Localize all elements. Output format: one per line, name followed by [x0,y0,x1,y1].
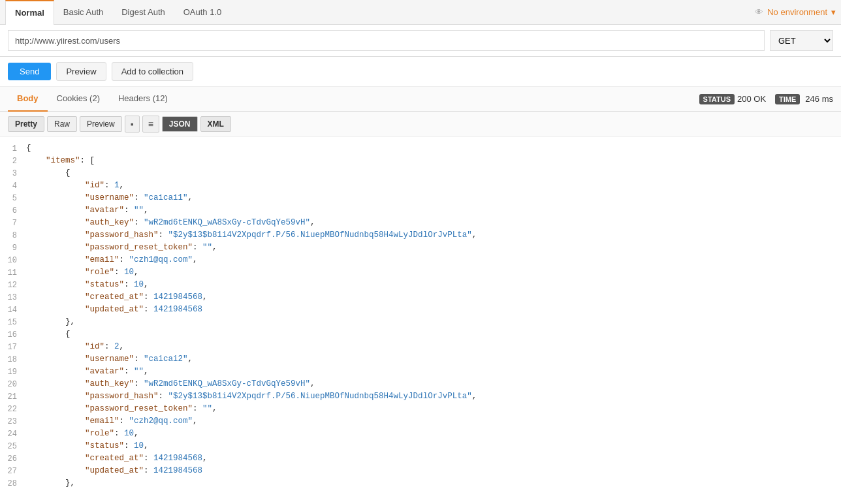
code-token: , [472,230,477,240]
table-row: 29 { [0,490,841,491]
line-number: 2 [0,155,26,167]
code-token: "password_hash" [26,392,159,401]
table-row: 5 "username": "caicai1", [0,192,841,204]
code-token: : [144,305,153,314]
code-token: : [134,379,144,388]
url-input[interactable] [8,30,765,51]
line-content: "avatar": "", [26,204,841,217]
code-token: : [144,292,153,302]
code-token: : [124,367,134,376]
xml-button[interactable]: XML [200,116,231,132]
code-token: "created_at" [26,454,144,463]
collapse-icon-button[interactable]: ▪ [125,116,140,133]
code-token: "username" [26,354,134,364]
code-token: "czh1@qq.com" [129,255,193,264]
table-row: 12 "status": 10, [0,279,841,291]
code-token: "$2y$13$b81i4V2Xpqdrf.P/56.NiuepMBOfNudn… [168,392,472,401]
code-token: "password_reset_token" [26,243,193,252]
tab-headers[interactable]: Headers (12) [109,87,177,112]
table-row: 28 }, [0,477,841,490]
tab-normal[interactable]: Normal [5,0,54,25]
code-token: , [134,268,139,277]
code-token: "email" [26,417,119,426]
line-content: "role": 10, [26,266,841,279]
add-to-collection-button[interactable]: Add to collection [112,62,193,81]
time-value: 246 ms [805,94,833,104]
line-content: { [26,328,841,341]
line-content: "username": "caicai2", [26,353,841,366]
table-row: 7 "auth_key": "wR2md6tENKQ_wA8SxGy-cTdvG… [0,217,841,229]
preview-button[interactable]: Preview [56,62,106,81]
tab-basic-auth[interactable]: Basic Auth [54,0,112,25]
expand-icon-button[interactable]: ≡ [142,116,159,133]
code-token: "" [134,206,144,215]
code-token: "password_hash" [26,230,159,240]
code-token: "status" [26,441,124,450]
line-number: 24 [0,428,26,440]
code-token: "status" [26,280,124,289]
json-button[interactable]: JSON [162,116,198,132]
table-row: 10 "email": "czh1@qq.com", [0,254,841,266]
code-token: "auth_key" [26,379,134,388]
pretty-button[interactable]: Pretty [8,116,44,132]
line-content: "auth_key": "wR2md6tENKQ_wA8SxGy-cTdvGqY… [26,217,841,229]
code-token: }, [26,479,75,488]
line-number: 28 [0,477,26,490]
method-select[interactable]: GETPOSTPUTDELETEPATCHHEADOPTIONS [770,30,833,51]
code-token: : [ [80,156,95,165]
code-token: "caicai2" [144,354,188,364]
line-content: "password_reset_token": "", [26,242,841,254]
preview-format-button[interactable]: Preview [80,116,122,132]
line-number: 15 [0,316,26,328]
table-row: 22 "password_reset_token": "", [0,403,841,415]
tab-body[interactable]: Body [8,87,48,112]
code-token: , [188,354,193,364]
code-token: : [134,193,144,202]
line-content: "id": 1, [26,180,841,192]
action-bar: Send Preview Add to collection [0,57,841,87]
table-row: 20 "auth_key": "wR2md6tENKQ_wA8SxGy-cTdv… [0,378,841,390]
code-token: : [144,466,153,475]
tab-digest-auth[interactable]: Digest Auth [112,0,174,25]
line-content: }, [26,477,841,490]
code-token: , [310,218,315,227]
code-token: "password_reset_token" [26,404,193,413]
code-token: "id" [26,342,104,351]
environment-selector[interactable]: 👁 No environment ▾ [755,7,836,17]
table-row: 11 "role": 10, [0,266,841,279]
code-token: "email" [26,255,119,264]
code-token: : [193,243,202,252]
code-token: , [134,429,139,438]
table-row: 18 "username": "caicai2", [0,353,841,366]
code-token: : [124,280,134,289]
raw-button[interactable]: Raw [47,116,77,132]
send-button[interactable]: Send [8,63,51,80]
status-value: 200 OK [737,94,766,104]
line-number: 10 [0,254,26,266]
line-number: 14 [0,304,26,316]
line-number: 7 [0,217,26,229]
code-token: , [193,255,198,264]
table-row: 8 "password_hash": "$2y$13$b81i4V2Xpqdrf… [0,229,841,242]
table-row: 9 "password_reset_token": "", [0,242,841,254]
line-content: "email": "czh1@qq.com", [26,254,841,266]
tab-cookies[interactable]: Cookies (2) [48,87,109,112]
line-number: 29 [0,490,26,491]
code-token: , [144,280,149,289]
table-row: 14 "updated_at": 1421984568 [0,304,841,316]
tab-oauth[interactable]: OAuth 1.0 [174,0,231,25]
code-token: { [26,168,71,178]
line-content: { [26,490,841,491]
format-toolbar: Pretty Raw Preview ▪ ≡ JSON XML [0,112,841,137]
code-token: { [26,330,71,339]
line-content: "created_at": 1421984568, [26,291,841,304]
code-token: , [472,392,477,401]
code-token: : [104,181,114,190]
response-body: 1{2 "items": [3 {4 "id": 1,5 "username":… [0,137,841,491]
code-token: : [193,404,202,413]
table-row: 19 "avatar": "", [0,366,841,378]
table-row: 4 "id": 1, [0,180,841,192]
url-bar: GETPOSTPUTDELETEPATCHHEADOPTIONS [0,25,841,57]
line-content: "items": [ [26,155,841,167]
eye-icon: 👁 [755,7,763,17]
